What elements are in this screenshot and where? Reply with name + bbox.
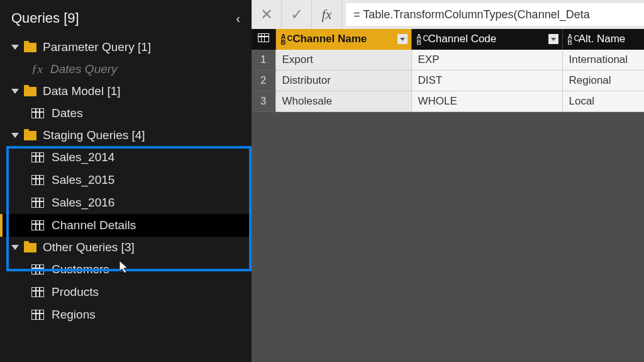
table-icon — [31, 264, 44, 274]
cell[interactable]: Distributor — [275, 70, 411, 91]
cell[interactable]: DIST — [411, 70, 562, 91]
queries-sidebar: Queries [9] ‹ Parameter Query [1] ƒx Dat… — [0, 0, 252, 362]
table-icon — [31, 175, 44, 185]
tree-item-customers[interactable]: Customers — [0, 258, 252, 281]
column-label: Channel Code — [428, 33, 497, 45]
column-dropdown-icon[interactable] — [548, 34, 558, 44]
table-icon — [31, 220, 44, 230]
table-corner-button[interactable] — [252, 29, 275, 50]
cell[interactable]: Local — [562, 91, 644, 111]
item-label: Sales_2015 — [52, 173, 114, 187]
table-icon — [258, 33, 269, 42]
tree-group-data-model[interactable]: Data Model [1] — [0, 81, 252, 102]
item-label: Channel Details — [52, 218, 136, 232]
group-label: Other Queries [3] — [43, 240, 135, 254]
cell[interactable]: EXP — [411, 50, 562, 71]
accept-formula-button[interactable]: ✓ — [282, 0, 312, 29]
folder-icon — [24, 87, 36, 96]
table-icon — [31, 108, 44, 118]
cell[interactable]: Wholesale — [275, 91, 411, 111]
tree-group-parameter-query[interactable]: Parameter Query [1] — [0, 37, 252, 58]
cell[interactable]: Regional — [562, 70, 644, 91]
item-label: Sales_2014 — [52, 150, 114, 164]
expand-triangle-icon — [11, 245, 19, 250]
text-type-icon: ABC — [568, 33, 572, 46]
collapse-sidebar-icon[interactable]: ‹ — [236, 11, 240, 26]
expand-triangle-icon — [11, 89, 19, 94]
row-number: 2 — [252, 70, 275, 91]
expand-triangle-icon — [11, 133, 19, 138]
tree-group-other-queries[interactable]: Other Queries [3] — [0, 237, 252, 258]
group-label: Data Model [1] — [43, 84, 121, 98]
sidebar-title: Queries [9] — [11, 10, 79, 26]
table-icon — [31, 287, 44, 297]
column-header-channel-code[interactable]: ABC Channel Code — [411, 29, 562, 50]
tree-group-staging-queries[interactable]: Staging Queries [4] — [0, 125, 252, 146]
table-icon — [31, 310, 44, 320]
table-row[interactable]: 2 Distributor DIST Regional — [252, 70, 644, 91]
table-row[interactable]: 1 Export EXP International — [252, 50, 644, 71]
item-label: Regions — [52, 308, 96, 322]
cell[interactable]: International — [562, 50, 644, 71]
row-number: 1 — [252, 50, 275, 71]
tree-item-sales-2016[interactable]: Sales_2016 — [0, 191, 252, 214]
item-label: Dates — [52, 106, 83, 120]
main-area: ✕ ✓ fx = Table.TransformColumnTypes(Chan… — [252, 0, 644, 362]
group-label: Staging Queries [4] — [43, 128, 145, 142]
formula-bar: ✕ ✓ fx = Table.TransformColumnTypes(Chan… — [252, 0, 644, 29]
text-type-icon: ABC — [281, 33, 286, 46]
cancel-formula-button[interactable]: ✕ — [252, 0, 282, 29]
folder-icon — [24, 43, 36, 52]
sidebar-header: Queries [9] ‹ — [0, 0, 252, 37]
group-label: Parameter Query [1] — [43, 40, 151, 54]
formula-input[interactable]: = Table.TransformColumnTypes(Channel_Det… — [346, 3, 644, 26]
column-label: Channel Name — [292, 33, 367, 45]
data-table: ABC Channel Name ABC Channel Code ABC Al… — [252, 29, 644, 112]
tree-item-sales-2014[interactable]: Sales_2014 — [0, 146, 252, 169]
table-icon — [31, 152, 44, 162]
column-dropdown-icon[interactable] — [397, 34, 408, 44]
column-header-channel-name[interactable]: ABC Channel Name — [275, 29, 411, 50]
cell[interactable]: WHOLE — [411, 91, 562, 111]
item-label: Products — [52, 285, 99, 299]
fx-icon: ƒx — [31, 62, 43, 76]
column-label: Alt. Name — [579, 33, 626, 45]
expand-triangle-icon — [11, 45, 19, 50]
cell[interactable]: Export — [275, 50, 411, 71]
tree-item-dates[interactable]: Dates — [0, 102, 252, 125]
queries-tree: Parameter Query [1] ƒx Dates Query Data … — [0, 37, 252, 326]
tree-item-dates-query[interactable]: ƒx Dates Query — [0, 58, 252, 81]
column-header-alt-name[interactable]: ABC Alt. Name — [562, 29, 644, 50]
tree-item-channel-details[interactable]: Channel Details — [0, 214, 252, 237]
tree-item-products[interactable]: Products — [0, 281, 252, 303]
text-type-icon: ABC — [417, 33, 421, 46]
fx-button[interactable]: fx — [312, 0, 342, 29]
folder-icon — [24, 131, 36, 140]
folder-icon — [24, 243, 36, 252]
row-number: 3 — [252, 91, 275, 111]
item-label: Customers — [52, 263, 109, 276]
table-icon — [31, 198, 44, 208]
item-label: Sales_2016 — [52, 196, 114, 210]
tree-item-sales-2015[interactable]: Sales_2015 — [0, 169, 252, 191]
item-label: Dates Query — [50, 62, 118, 76]
tree-item-regions[interactable]: Regions — [0, 303, 252, 326]
table-row[interactable]: 3 Wholesale WHOLE Local — [252, 91, 644, 111]
